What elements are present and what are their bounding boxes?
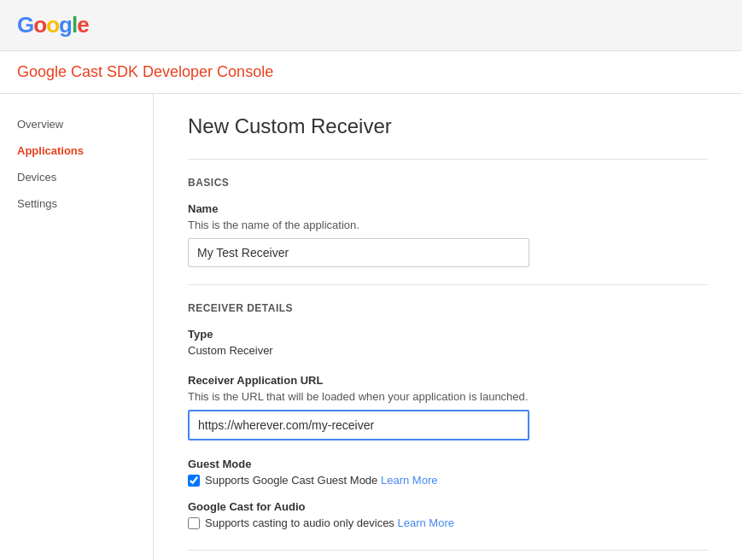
divider-bottom: [188, 550, 708, 551]
guest-mode-label: Guest Mode: [188, 458, 708, 470]
guest-mode-checkbox[interactable]: [188, 475, 200, 487]
type-field-section: Type Custom Receiver: [188, 328, 708, 357]
console-title: Google Cast SDK Developer Console: [17, 63, 273, 81]
basics-section-label: BASICS: [188, 177, 708, 189]
audio-label: Google Cast for Audio: [188, 500, 708, 513]
sidebar-item-settings[interactable]: Settings: [0, 190, 153, 217]
receiver-url-description: This is the URL that will be loaded when…: [188, 390, 708, 403]
sidebar: Overview Applications Devices Settings: [0, 94, 154, 560]
receiver-url-input[interactable]: [188, 410, 529, 440]
sidebar-item-overview[interactable]: Overview: [0, 111, 153, 137]
type-label: Type: [188, 328, 708, 341]
audio-learn-more-link[interactable]: Learn More: [397, 516, 453, 529]
guest-mode-row: Supports Google Cast Guest Mode Learn Mo…: [188, 474, 708, 487]
type-value: Custom Receiver: [188, 344, 708, 357]
guest-mode-learn-more-link[interactable]: Learn More: [381, 474, 437, 487]
main-content: New Custom Receiver BASICS Name This is …: [154, 94, 742, 560]
audio-checkbox-label: Supports casting to audio only devices L…: [205, 516, 454, 529]
sub-header: Google Cast SDK Developer Console: [0, 51, 742, 94]
name-label: Name: [188, 202, 708, 215]
top-bar: Google: [0, 0, 742, 51]
audio-checkbox[interactable]: [188, 517, 200, 529]
audio-section: Google Cast for Audio Supports casting t…: [188, 500, 708, 529]
divider-top: [188, 159, 708, 160]
google-logo: Google: [17, 12, 89, 38]
divider-basics: [188, 284, 708, 285]
name-description: This is the name of the application.: [188, 219, 708, 231]
page-title: New Custom Receiver: [188, 114, 708, 138]
name-field-section: Name This is the name of the application…: [188, 202, 708, 267]
receiver-url-label: Receiver Application URL: [188, 374, 708, 387]
sidebar-item-applications[interactable]: Applications: [0, 137, 153, 164]
layout: Overview Applications Devices Settings N…: [0, 94, 742, 560]
guest-mode-checkbox-label: Supports Google Cast Guest Mode Learn Mo…: [205, 474, 437, 487]
sidebar-item-devices[interactable]: Devices: [0, 164, 153, 190]
guest-mode-section: Guest Mode Supports Google Cast Guest Mo…: [188, 458, 708, 487]
receiver-details-label: RECEIVER DETAILS: [188, 302, 708, 314]
name-input[interactable]: [188, 238, 529, 267]
audio-row: Supports casting to audio only devices L…: [188, 516, 708, 529]
receiver-url-section: Receiver Application URL This is the URL…: [188, 374, 708, 440]
